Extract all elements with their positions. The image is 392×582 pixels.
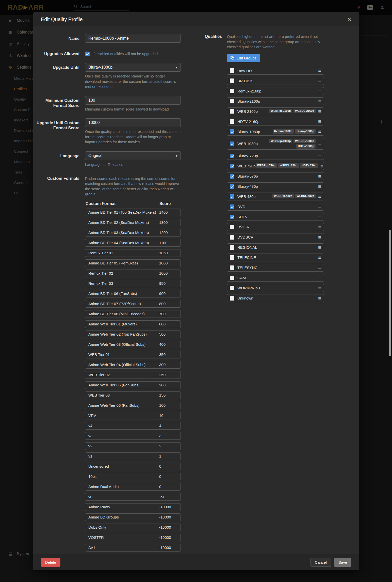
drag-handle-icon[interactable]: ≡	[318, 275, 321, 280]
custom-format-name: Anime Web Tier 06 (FanSubs)	[88, 403, 159, 407]
upgrade-until-help: Once this quality is reached Radarr will…	[85, 74, 181, 89]
modal-title: Edit Quality Profile	[41, 17, 83, 22]
quality-checkbox[interactable]	[230, 215, 234, 219]
custom-format-name: Anime BD Tier 03 (SeaDex Muxers)	[88, 230, 159, 235]
drag-handle-icon[interactable]: ≡	[318, 184, 321, 189]
custom-format-name: Remux Tier 01	[88, 251, 159, 255]
custom-format-row: Remux Tier 03 950	[85, 280, 181, 287]
custom-format-score: 300	[159, 363, 177, 367]
custom-format-row: Anime Web Tier 05 (FanSubs) 200	[85, 381, 181, 389]
upgrade-until-score-input[interactable]	[85, 118, 181, 127]
drag-handle-icon[interactable]: ≡	[318, 153, 321, 159]
quality-checkbox[interactable]	[230, 205, 234, 209]
custom-format-row: Anime LQ Groups -10000	[85, 513, 181, 521]
quality-checkbox[interactable]	[230, 99, 234, 103]
cancel-button[interactable]: Cancel	[311, 558, 331, 567]
custom-format-name: AV1	[88, 545, 159, 550]
drag-handle-icon[interactable]: ≡	[318, 255, 321, 260]
drag-handle-icon[interactable]: ≡	[318, 265, 321, 270]
custom-format-name: WEB Tier 02	[88, 373, 159, 377]
language-select[interactable]: Original ▾	[85, 151, 181, 160]
custom-format-name: Anime BD Tier 04 (SeaDex Muxers)	[88, 241, 159, 245]
quality-checkbox[interactable]	[230, 141, 234, 146]
quality-checkbox[interactable]	[230, 235, 234, 240]
drag-handle-icon[interactable]: ≡	[318, 204, 321, 209]
drag-handle-icon[interactable]: ≡	[318, 245, 321, 250]
drag-handle-icon[interactable]: ≡	[318, 141, 321, 146]
drag-handle-icon[interactable]: ≡	[318, 119, 321, 124]
custom-format-row: Anime BD Tier 04 (SeaDex Muxers) 1100	[85, 239, 181, 247]
quality-checkbox[interactable]	[230, 129, 234, 134]
name-input[interactable]	[85, 34, 181, 43]
quality-checkbox[interactable]	[230, 154, 234, 158]
custom-format-score: 1100	[159, 241, 177, 245]
quality-checkbox[interactable]	[230, 265, 234, 270]
quality-checkbox[interactable]	[230, 89, 234, 93]
custom-format-row: v2 2	[85, 442, 181, 450]
quality-checkbox[interactable]	[230, 164, 234, 168]
quality-label: Bluray-480p	[237, 184, 258, 188]
close-icon[interactable]: ×	[347, 16, 351, 23]
page-scrollbar[interactable]	[389, 15, 391, 582]
quality-checkbox[interactable]	[230, 286, 234, 290]
drag-handle-icon[interactable]: ≡	[318, 99, 321, 104]
upgrades-allowed-checkbox[interactable]	[85, 52, 90, 56]
quality-checkbox[interactable]	[230, 276, 234, 280]
drag-handle-icon[interactable]: ≡	[318, 296, 321, 301]
quality-checkbox[interactable]	[230, 296, 234, 301]
quality-checkbox[interactable]	[230, 174, 234, 179]
quality-checkbox[interactable]	[230, 245, 234, 250]
quality-badge: WEBRip-480p	[272, 194, 294, 198]
quality-checkbox[interactable]	[230, 184, 234, 189]
quality-checkbox[interactable]	[230, 68, 234, 73]
edit-groups-button[interactable]: Edit Groups	[227, 54, 260, 62]
quality-checkbox[interactable]	[230, 109, 234, 114]
custom-format-name: Anime LQ Groups	[88, 515, 159, 519]
drag-handle-icon[interactable]: ≡	[318, 78, 321, 83]
custom-format-name: Anime BD Tier 06 (FanSubs)	[88, 291, 159, 296]
quality-checkbox[interactable]	[230, 78, 234, 83]
quality-checkbox[interactable]	[230, 255, 234, 260]
custom-formats-description: Radarr scores each release using the sum…	[85, 174, 181, 197]
drag-handle-icon[interactable]: ≡	[318, 109, 321, 114]
drag-handle-icon[interactable]: ≡	[318, 235, 321, 240]
min-format-score-label: Minimum Custom Format Score	[36, 96, 79, 112]
drag-handle-icon[interactable]: ≡	[318, 129, 321, 134]
quality-label: WEB 1080p	[237, 141, 258, 146]
upgrade-until-select[interactable]: Bluray-1080p ▾	[85, 63, 181, 72]
quality-label: WEB 720p	[237, 164, 256, 168]
quality-badge: HDTV-1080p	[296, 144, 316, 149]
custom-format-rows: Anime BD Tier 01 (Top SeaDex Muxers) 140…	[85, 209, 181, 552]
drag-handle-icon[interactable]: ≡	[318, 214, 321, 219]
quality-item: Bluray-576p ≡	[227, 172, 324, 180]
delete-button[interactable]: Delete	[41, 558, 60, 567]
quality-item: TELESYNC ≡	[227, 264, 324, 272]
drag-handle-icon[interactable]: ≡	[320, 164, 323, 169]
drag-handle-icon[interactable]: ≡	[318, 68, 321, 73]
quality-item: Unknown ≡	[227, 294, 324, 302]
qualities-help: Qualities higher in the list are more pr…	[227, 34, 324, 50]
custom-format-score: 500	[159, 332, 177, 336]
drag-handle-icon[interactable]: ≡	[318, 286, 321, 291]
scrollbar-thumb[interactable]	[389, 230, 391, 356]
custom-format-score: 1050	[159, 251, 177, 255]
quality-checkbox[interactable]	[230, 225, 234, 229]
quality-badge: WEBDL-720p	[278, 163, 299, 168]
custom-format-row: Anime BD Tier 08 (Mini Encodes) 700	[85, 310, 181, 318]
min-format-score-input[interactable]	[85, 96, 181, 105]
custom-formats-label: Custom Formats	[36, 174, 79, 554]
qualities-label: Qualities	[186, 34, 222, 304]
quality-checkbox[interactable]	[230, 119, 234, 124]
quality-checkbox[interactable]	[230, 194, 234, 199]
custom-format-row: v1 1	[85, 452, 181, 460]
quality-item: WEB 480p WEBRip-480pWEBDL-480p ≡	[227, 193, 324, 200]
upgrade-until-score-help: Once the quality cutoff is met or exceed…	[85, 129, 181, 145]
drag-handle-icon[interactable]: ≡	[318, 174, 321, 179]
save-button[interactable]: Save	[334, 558, 351, 567]
drag-handle-icon[interactable]: ≡	[318, 194, 321, 199]
drag-handle-icon[interactable]: ≡	[318, 88, 321, 93]
custom-format-score: 400	[159, 342, 177, 347]
quality-label: BR-DISK	[237, 79, 253, 83]
custom-format-name: Anime Dual Audio	[88, 484, 159, 489]
drag-handle-icon[interactable]: ≡	[318, 225, 321, 230]
